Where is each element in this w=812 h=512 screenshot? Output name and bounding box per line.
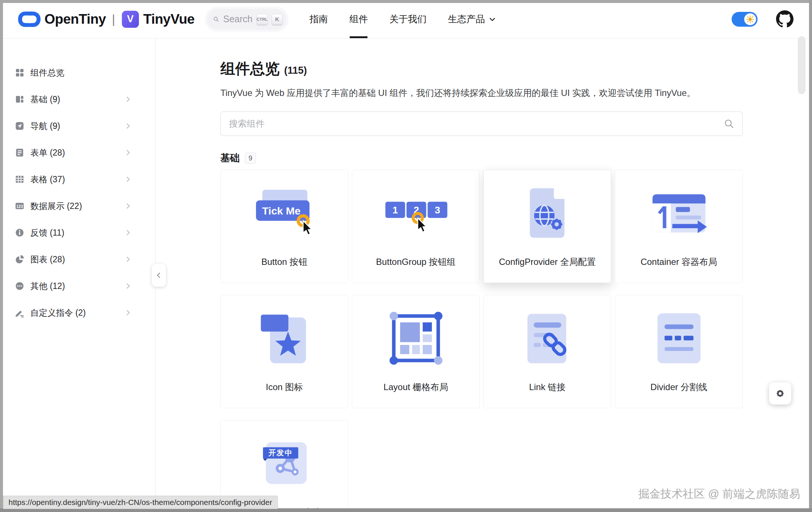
sidebar-item-directives[interactable]: 自定义指令 (2) (0, 299, 155, 326)
sidebar-item-chart[interactable]: 图表 (28) (0, 246, 155, 273)
section-title: 基础 (220, 152, 240, 164)
container-illustration (615, 170, 742, 256)
sidebar-item-label: 反馈 (11) (30, 227, 64, 239)
watermark: 掘金技术社区 @ 前端之虎陈随易 (638, 486, 800, 502)
sidebar-item-label: 数据展示 (22) (30, 200, 82, 212)
buttongroup-demo-illustration: 1 2 3 (352, 170, 479, 256)
component-search (220, 112, 743, 136)
card-divider[interactable]: Divider 分割线 (615, 295, 743, 408)
chevron-left-icon (154, 271, 163, 280)
card-layout[interactable]: Layout 栅格布局 (352, 295, 480, 408)
search-icon (213, 14, 219, 24)
search-icon (723, 118, 735, 129)
screenshot-frame (0, 0, 812, 3)
card-label: Icon 图标 (266, 381, 303, 393)
sidebar-item-navigation[interactable]: 导航 (9) (0, 113, 155, 139)
svg-text:123: 123 (16, 204, 23, 209)
navigation-category-icon (15, 121, 24, 131)
sidebar-item-base[interactable]: 基础 (9) (0, 86, 155, 113)
sidebar-item-label: 表格 (37) (30, 174, 65, 185)
nav-item-about[interactable]: 关于我们 (389, 0, 426, 38)
sidebar-item-label: 图表 (28) (30, 254, 65, 265)
sidebar-item-overview[interactable]: 组件总览 (0, 59, 155, 86)
icon-illustration (221, 295, 348, 381)
section-header: 基础 9 (220, 152, 743, 164)
chevron-right-icon (124, 282, 132, 290)
main-nav: 指南 组件 关于我们 生态产品 (309, 0, 497, 38)
chevron-right-icon (124, 229, 132, 237)
sidebar: 组件总览 基础 (9) 导航 (9) (0, 39, 156, 512)
github-icon[interactable] (776, 10, 793, 28)
theme-toggle[interactable] (732, 12, 758, 27)
page-description: TinyVue 为 Web 应用提供了丰富的基础 UI 组件，我们还将持续探索企… (220, 87, 743, 99)
nav-item-ecosystem[interactable]: 生态产品 (448, 0, 497, 38)
nav-label: 生态产品 (448, 13, 485, 25)
sidebar-item-label: 组件总览 (30, 67, 64, 79)
sidebar-item-label: 导航 (9) (30, 120, 60, 132)
directive-category-icon (15, 308, 24, 317)
layout-illustration (352, 295, 479, 381)
chevron-right-icon (124, 309, 132, 317)
nav-item-guide[interactable]: 指南 (309, 0, 328, 38)
configprovider-illustration (484, 170, 611, 256)
overview-grid-icon (15, 68, 24, 77)
search-placeholder: Search (223, 14, 252, 24)
chevron-right-icon (124, 95, 132, 103)
nav-label: 组件 (349, 13, 368, 25)
feedback-category-icon (15, 228, 24, 237)
nav-item-components[interactable]: 组件 (349, 0, 368, 38)
opentiny-logo-icon (18, 10, 41, 28)
chevron-right-icon (124, 202, 132, 210)
chevron-right-icon (124, 255, 132, 263)
sidebar-collapse-button[interactable] (152, 264, 166, 287)
form-category-icon (15, 148, 24, 157)
sidebar-item-data-display[interactable]: 123 数据展示 (22) (0, 193, 155, 219)
gear-icon (775, 388, 786, 399)
tinyvue-brand-name: TinyVue (143, 11, 194, 27)
top-navbar: OpenTiny | V TinyVue Search CTRL K 指南 组件… (0, 0, 812, 39)
sidebar-item-label: 自定义指令 (2) (30, 307, 86, 319)
card-label: Container 容器布局 (640, 256, 717, 268)
sidebar-item-feedback[interactable]: 反馈 (11) (0, 219, 155, 246)
toggle-knob (744, 13, 756, 25)
sidebar-item-other[interactable]: 其他 (12) (0, 273, 155, 299)
brand: OpenTiny | V TinyVue (18, 10, 194, 28)
brand-divider: | (112, 12, 115, 26)
opentiny-brand-name: OpenTiny (44, 11, 106, 27)
sidebar-item-table[interactable]: 表格 (37) (0, 166, 155, 193)
card-icon[interactable]: Icon 图标 (220, 295, 348, 408)
gear-icon (550, 218, 563, 231)
sidebar-item-form[interactable]: 表单 (28) (0, 139, 155, 166)
screenshot-frame (0, 0, 3, 512)
page-title: 组件总览 (220, 59, 280, 79)
card-button[interactable]: Tick Me Button 按钮 (220, 170, 348, 283)
card-label: ConfigProvider 全局配置 (499, 256, 596, 268)
page-title-row: 组件总览 (115) (220, 59, 743, 79)
card-configprovider[interactable]: ConfigProvider 全局配置 (483, 170, 611, 283)
card-buttongroup[interactable]: 1 2 3 ButtonGroup 按钮组 (352, 170, 480, 283)
ctrl-key-badge: CTRL (256, 14, 268, 25)
divider-illustration (615, 295, 742, 381)
nav-label: 指南 (309, 13, 328, 25)
sidebar-item-label: 其他 (12) (30, 280, 65, 292)
settings-gear-button[interactable] (769, 382, 791, 405)
component-search-input[interactable] (220, 112, 743, 136)
chevron-right-icon (124, 122, 132, 130)
scrollbar-thumb[interactable] (798, 36, 805, 94)
sun-icon (746, 15, 755, 24)
card-label: Divider 分割线 (650, 381, 707, 393)
group-button-3-text: 3 (435, 205, 440, 216)
global-search-button[interactable]: Search CTRL K (207, 9, 286, 30)
component-count: (115) (284, 65, 307, 76)
ribbon-text: 开发中 (268, 449, 293, 457)
card-container[interactable]: Container 容器布局 (615, 170, 743, 283)
nav-label: 关于我们 (389, 13, 426, 25)
sidebar-item-label: 表单 (28) (30, 147, 65, 159)
card-label: ButtonGroup 按钮组 (376, 256, 456, 268)
base-category-icon (15, 94, 24, 104)
k-key-badge: K (272, 14, 283, 25)
card-label: Layout 栅格布局 (383, 381, 448, 393)
link-illustration (484, 295, 611, 381)
card-link[interactable]: Link 链接 (483, 295, 611, 408)
status-url-tooltip: https://opentiny.design/tiny-vue/zh-CN/o… (3, 496, 278, 509)
